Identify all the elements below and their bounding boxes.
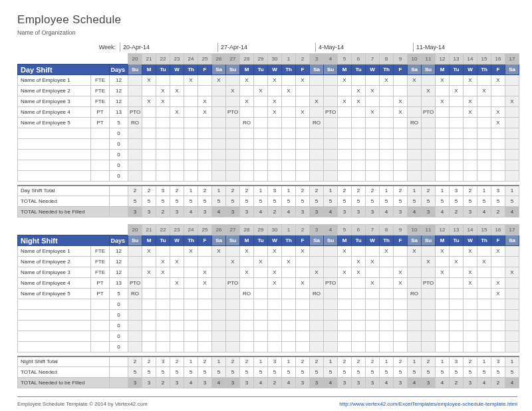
- day-cell: PTO: [226, 278, 240, 289]
- day-num: 26: [212, 225, 226, 235]
- day-cell: [184, 128, 198, 139]
- day-name: F: [296, 235, 310, 246]
- day-cell: 5: [268, 196, 282, 207]
- day-cell: 5: [254, 196, 268, 207]
- day-cell: [226, 75, 240, 86]
- day-cell: X: [212, 75, 226, 86]
- day-cell: [170, 331, 184, 342]
- day-cell: 3: [156, 356, 170, 367]
- day-cell: 5: [324, 367, 338, 378]
- day-cell: 5: [128, 196, 142, 207]
- day-cell: 1: [184, 186, 198, 196]
- day-cell: [226, 331, 240, 342]
- day-cell: [310, 310, 324, 321]
- day-cell: X: [254, 257, 268, 267]
- day-cell: 3: [310, 207, 324, 217]
- day-cell: X: [170, 278, 184, 289]
- day-cell: [394, 171, 408, 182]
- day-name: F: [394, 235, 408, 246]
- day-cell: 3: [170, 378, 184, 388]
- day-cell: [380, 321, 394, 331]
- day-cell: [226, 139, 240, 150]
- week-start-2: 4-May-14: [315, 43, 413, 52]
- day-cell: RO: [310, 289, 324, 299]
- total-needed-label: TOTAL Needed: [18, 367, 110, 378]
- day-cell: X: [464, 267, 477, 278]
- day-cell: [505, 299, 519, 310]
- footer-link[interactable]: http://www.vertex42.com/ExcelTemplates/e…: [339, 401, 517, 407]
- day-cell: [142, 310, 156, 321]
- employee-name: Name of Employee 3: [18, 267, 91, 278]
- day-cell: X: [268, 96, 282, 107]
- day-name: M: [142, 65, 156, 75]
- day-cell: X: [366, 86, 380, 96]
- shift-total-label: Day Shift Total: [18, 186, 110, 196]
- day-cell: 5: [240, 196, 254, 207]
- day-cell: X: [170, 86, 184, 96]
- day-cell: [254, 128, 268, 139]
- day-cell: [324, 321, 338, 331]
- day-cell: [338, 118, 352, 128]
- day-cell: 1: [254, 186, 268, 196]
- day-cell: [422, 331, 436, 342]
- day-cell: RO: [408, 118, 422, 128]
- day-cell: [477, 107, 491, 118]
- day-cell: 2: [156, 378, 170, 388]
- day-num: 22: [156, 54, 170, 65]
- day-num: 30: [268, 54, 282, 65]
- day-cell: [156, 118, 170, 128]
- day-cell: 5: [491, 196, 505, 207]
- day-num: 21: [142, 54, 156, 65]
- day-cell: [156, 128, 170, 139]
- day-num: 10: [408, 54, 422, 65]
- day-cell: 5: [491, 367, 505, 378]
- day-cell: X: [352, 257, 366, 267]
- day-cell: [310, 139, 324, 150]
- employee-type: FTE: [91, 257, 110, 267]
- day-cell: [142, 257, 156, 267]
- day-num: 25: [198, 225, 212, 235]
- day-num: 14: [464, 225, 477, 235]
- day-cell: [422, 267, 436, 278]
- day-cell: 4: [254, 207, 268, 217]
- day-cell: [268, 321, 282, 331]
- day-cell: 4: [408, 378, 422, 388]
- day-cell: [254, 160, 268, 171]
- day-cell: [422, 171, 436, 182]
- day-cell: [282, 299, 296, 310]
- day-cell: [268, 150, 282, 160]
- day-cell: [491, 321, 505, 331]
- day-num: 24: [184, 225, 198, 235]
- day-cell: [338, 299, 352, 310]
- day-cell: [282, 171, 296, 182]
- day-cell: [296, 257, 310, 267]
- day-cell: [296, 128, 310, 139]
- day-cell: [408, 278, 422, 289]
- employee-name: Name of Employee 5: [18, 289, 91, 299]
- day-num: 30: [268, 225, 282, 235]
- day-cell: [282, 267, 296, 278]
- day-cell: 5: [282, 196, 296, 207]
- day-cell: 3: [226, 207, 240, 217]
- employee-name: [18, 342, 91, 352]
- day-name: Th: [477, 235, 491, 246]
- day-name: M: [436, 235, 450, 246]
- day-cell: [324, 150, 338, 160]
- day-cell: 2: [268, 207, 282, 217]
- day-cell: [505, 257, 519, 267]
- day-cell: [254, 299, 268, 310]
- day-cell: 5: [296, 196, 310, 207]
- employee-name: Name of Employee 3: [18, 96, 91, 107]
- day-num: 23: [170, 225, 184, 235]
- day-cell: [212, 128, 226, 139]
- day-num: 21: [142, 225, 156, 235]
- day-cell: [491, 267, 505, 278]
- day-cell: [450, 331, 464, 342]
- day-cell: [436, 118, 450, 128]
- day-cell: [450, 107, 464, 118]
- total-needed-label: TOTAL Needed: [18, 196, 110, 207]
- employee-name: Name of Employee 2: [18, 86, 91, 96]
- day-cell: [505, 246, 519, 257]
- day-cell: 2: [128, 186, 142, 196]
- day-cell: [296, 160, 310, 171]
